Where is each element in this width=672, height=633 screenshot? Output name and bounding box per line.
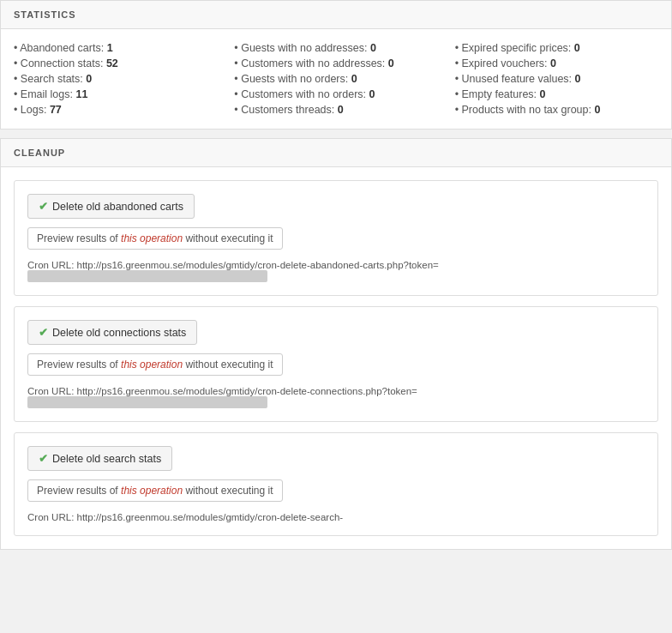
preview-button-2[interactable]: Preview results of this operation withou…	[27, 479, 283, 502]
cleanup-card-2: ✔ Delete old search statsPreview results…	[14, 432, 658, 536]
statistics-header: STATISTICS	[1, 1, 671, 29]
stats-column-2: Expired specific prices: 0Expired vouche…	[455, 42, 658, 116]
stat-value: 0	[550, 57, 556, 69]
stat-item: Unused feature values: 0	[455, 73, 658, 85]
stats-column-0: Abandoned carts: 1Connection stats: 52Se…	[14, 42, 217, 116]
stat-value: 0	[574, 42, 580, 54]
stat-value: 0	[388, 57, 394, 69]
stats-grid: Abandoned carts: 1Connection stats: 52Se…	[14, 42, 658, 116]
checkmark-icon-2: ✔	[39, 452, 48, 465]
cron-url-1: Cron URL: http://ps16.greenmou.se/module…	[27, 386, 645, 408]
stat-value: 77	[50, 104, 62, 116]
stat-item: Empty features: 0	[455, 88, 658, 100]
cleanup-section: CLEANUP ✔ Delete old abandoned cartsPrev…	[0, 138, 672, 550]
stat-item: Email logs: 11	[14, 88, 217, 100]
stat-item: Expired specific prices: 0	[455, 42, 658, 54]
delete-button-2[interactable]: ✔ Delete old search stats	[27, 446, 172, 471]
stat-value: 52	[106, 57, 118, 69]
statistics-section: STATISTICS Abandoned carts: 1Connection …	[0, 0, 672, 130]
statistics-body: Abandoned carts: 1Connection stats: 52Se…	[1, 29, 671, 129]
stat-value: 0	[338, 104, 344, 116]
cleanup-card-0: ✔ Delete old abandoned cartsPreview resu…	[14, 180, 658, 296]
stat-item: Search stats: 0	[14, 73, 217, 85]
cleanup-header: CLEANUP	[1, 139, 671, 167]
preview-button-0[interactable]: Preview results of this operation withou…	[27, 227, 283, 250]
cron-url-2: Cron URL: http://ps16.greenmou.se/module…	[27, 512, 645, 522]
stat-value: 0	[540, 88, 546, 100]
stat-item: Connection stats: 52	[14, 57, 217, 69]
stat-value: 0	[86, 73, 92, 85]
stat-value: 1	[107, 42, 113, 54]
stat-value: 0	[351, 73, 357, 85]
cron-url-0: Cron URL: http://ps16.greenmou.se/module…	[27, 260, 645, 282]
stat-item: Products with no tax group: 0	[455, 104, 658, 116]
cleanup-body: ✔ Delete old abandoned cartsPreview resu…	[1, 167, 671, 549]
stat-item: Customers threads: 0	[234, 104, 437, 116]
preview-button-1[interactable]: Preview results of this operation withou…	[27, 353, 283, 376]
delete-button-1[interactable]: ✔ Delete old connections stats	[27, 320, 197, 345]
stat-item: Customers with no orders: 0	[234, 88, 437, 100]
stat-value: 0	[594, 104, 600, 116]
stats-column-1: Guests with no addresses: 0Customers wit…	[234, 42, 437, 116]
stat-item: Guests with no addresses: 0	[234, 42, 437, 54]
stat-value: 11	[75, 88, 87, 100]
cron-token-1: ████████████████████████████	[27, 396, 267, 408]
stat-item: Guests with no orders: 0	[234, 73, 437, 85]
stat-item: Expired vouchers: 0	[455, 57, 658, 69]
stat-value: 0	[370, 42, 376, 54]
checkmark-icon-0: ✔	[39, 200, 48, 213]
stat-item: Customers with no addresses: 0	[234, 57, 437, 69]
delete-button-0[interactable]: ✔ Delete old abandoned carts	[27, 194, 195, 219]
stat-item: Abandoned carts: 1	[14, 42, 217, 54]
page-container: STATISTICS Abandoned carts: 1Connection …	[0, 0, 672, 633]
cron-token-0: ████████████████████████████	[27, 270, 267, 282]
stat-value: 0	[369, 88, 375, 100]
stat-item: Logs: 77	[14, 104, 217, 116]
cleanup-card-1: ✔ Delete old connections statsPreview re…	[14, 306, 658, 422]
stat-value: 0	[575, 73, 581, 85]
checkmark-icon-1: ✔	[39, 326, 48, 339]
